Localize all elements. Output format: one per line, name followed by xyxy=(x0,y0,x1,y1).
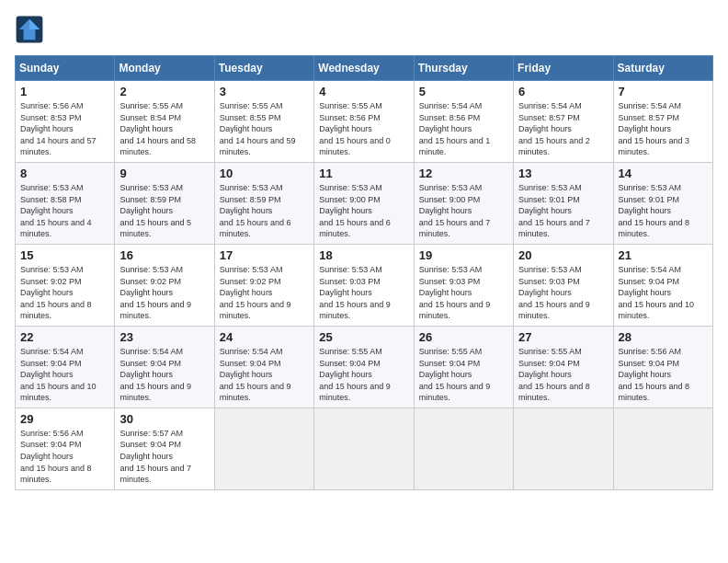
day-number: 5 xyxy=(419,85,508,98)
day-number: 30 xyxy=(119,412,209,426)
day-info: Sunrise: 5:56 AM Sunset: 9:04 PM Dayligh… xyxy=(20,428,109,486)
day-number: 29 xyxy=(20,412,109,426)
calendar-week-1: 1 Sunrise: 5:56 AM Sunset: 8:53 PM Dayli… xyxy=(16,81,713,163)
day-number: 26 xyxy=(419,330,508,344)
weekday-header-saturday: Saturday xyxy=(613,56,712,81)
calendar-cell xyxy=(613,408,712,489)
calendar-cell: 12 Sunrise: 5:53 AM Sunset: 9:00 PM Dayl… xyxy=(414,162,513,244)
weekday-header-sunday: Sunday xyxy=(16,56,115,81)
weekday-header-tuesday: Tuesday xyxy=(214,56,313,81)
calendar-week-3: 15 Sunrise: 5:53 AM Sunset: 9:02 PM Dayl… xyxy=(16,244,713,326)
day-number: 8 xyxy=(20,167,109,180)
day-number: 18 xyxy=(319,248,408,262)
calendar-cell xyxy=(514,408,613,489)
weekday-header-wednesday: Wednesday xyxy=(314,56,414,81)
calendar-cell: 1 Sunrise: 5:56 AM Sunset: 8:53 PM Dayli… xyxy=(16,81,115,163)
calendar-cell: 10 Sunrise: 5:53 AM Sunset: 8:59 PM Dayl… xyxy=(214,162,313,244)
calendar-cell: 30 Sunrise: 5:57 AM Sunset: 9:04 PM Dayl… xyxy=(115,408,214,489)
day-number: 6 xyxy=(518,85,608,98)
weekday-header-friday: Friday xyxy=(514,56,613,81)
day-number: 23 xyxy=(119,330,209,344)
calendar-cell: 17 Sunrise: 5:53 AM Sunset: 9:02 PM Dayl… xyxy=(214,244,313,326)
day-info: Sunrise: 5:53 AM Sunset: 9:03 PM Dayligh… xyxy=(319,264,408,322)
calendar-cell: 9 Sunrise: 5:53 AM Sunset: 8:59 PM Dayli… xyxy=(115,162,214,244)
day-info: Sunrise: 5:56 AM Sunset: 8:53 PM Dayligh… xyxy=(20,100,109,158)
day-number: 13 xyxy=(518,167,608,180)
calendar-cell xyxy=(214,408,313,489)
calendar-cell: 27 Sunrise: 5:55 AM Sunset: 9:04 PM Dayl… xyxy=(514,326,613,408)
day-number: 12 xyxy=(419,167,508,180)
day-info: Sunrise: 5:54 AM Sunset: 9:04 PM Dayligh… xyxy=(619,264,708,322)
day-info: Sunrise: 5:53 AM Sunset: 9:00 PM Dayligh… xyxy=(419,182,508,240)
calendar-week-2: 8 Sunrise: 5:53 AM Sunset: 8:58 PM Dayli… xyxy=(16,162,713,244)
calendar-cell: 24 Sunrise: 5:54 AM Sunset: 9:04 PM Dayl… xyxy=(214,326,313,408)
page-header xyxy=(15,15,713,44)
day-number: 4 xyxy=(319,85,408,98)
calendar-cell: 29 Sunrise: 5:56 AM Sunset: 9:04 PM Dayl… xyxy=(16,408,115,489)
day-number: 3 xyxy=(220,85,309,98)
calendar-cell: 8 Sunrise: 5:53 AM Sunset: 8:58 PM Dayli… xyxy=(16,162,115,244)
calendar-cell: 6 Sunrise: 5:54 AM Sunset: 8:57 PM Dayli… xyxy=(514,81,613,163)
calendar-cell: 7 Sunrise: 5:54 AM Sunset: 8:57 PM Dayli… xyxy=(613,81,712,163)
calendar-cell: 14 Sunrise: 5:53 AM Sunset: 9:01 PM Dayl… xyxy=(613,162,712,244)
calendar-week-5: 29 Sunrise: 5:56 AM Sunset: 9:04 PM Dayl… xyxy=(16,408,713,489)
calendar-cell: 16 Sunrise: 5:53 AM Sunset: 9:02 PM Dayl… xyxy=(115,244,214,326)
day-number: 14 xyxy=(619,167,708,180)
calendar-cell: 22 Sunrise: 5:54 AM Sunset: 9:04 PM Dayl… xyxy=(16,326,115,408)
calendar-cell xyxy=(314,408,414,489)
day-info: Sunrise: 5:57 AM Sunset: 9:04 PM Dayligh… xyxy=(119,428,209,486)
calendar-cell: 2 Sunrise: 5:55 AM Sunset: 8:54 PM Dayli… xyxy=(115,81,214,163)
day-info: Sunrise: 5:54 AM Sunset: 9:04 PM Dayligh… xyxy=(119,346,209,404)
calendar-cell: 13 Sunrise: 5:53 AM Sunset: 9:01 PM Dayl… xyxy=(514,162,613,244)
day-info: Sunrise: 5:54 AM Sunset: 8:56 PM Dayligh… xyxy=(419,100,508,158)
day-info: Sunrise: 5:53 AM Sunset: 9:02 PM Dayligh… xyxy=(220,264,309,322)
day-info: Sunrise: 5:53 AM Sunset: 9:02 PM Dayligh… xyxy=(119,264,209,322)
day-info: Sunrise: 5:53 AM Sunset: 9:03 PM Dayligh… xyxy=(419,264,508,322)
day-info: Sunrise: 5:55 AM Sunset: 9:04 PM Dayligh… xyxy=(319,346,408,404)
calendar-table: SundayMondayTuesdayWednesdayThursdayFrid… xyxy=(15,55,713,490)
day-number: 11 xyxy=(319,167,408,180)
day-info: Sunrise: 5:54 AM Sunset: 8:57 PM Dayligh… xyxy=(518,100,608,158)
calendar-cell: 21 Sunrise: 5:54 AM Sunset: 9:04 PM Dayl… xyxy=(613,244,712,326)
calendar-cell: 28 Sunrise: 5:56 AM Sunset: 9:04 PM Dayl… xyxy=(613,326,712,408)
day-info: Sunrise: 5:53 AM Sunset: 9:01 PM Dayligh… xyxy=(518,182,608,240)
day-number: 2 xyxy=(119,85,209,98)
day-number: 27 xyxy=(518,330,608,344)
day-info: Sunrise: 5:53 AM Sunset: 8:58 PM Dayligh… xyxy=(20,182,109,240)
day-number: 9 xyxy=(119,167,209,180)
day-info: Sunrise: 5:55 AM Sunset: 9:04 PM Dayligh… xyxy=(518,346,608,404)
day-number: 25 xyxy=(319,330,408,344)
calendar-cell: 4 Sunrise: 5:55 AM Sunset: 8:56 PM Dayli… xyxy=(314,81,414,163)
day-number: 24 xyxy=(220,330,309,344)
day-info: Sunrise: 5:53 AM Sunset: 9:01 PM Dayligh… xyxy=(619,182,708,240)
weekday-header-thursday: Thursday xyxy=(414,56,513,81)
calendar-cell: 15 Sunrise: 5:53 AM Sunset: 9:02 PM Dayl… xyxy=(16,244,115,326)
calendar-cell: 5 Sunrise: 5:54 AM Sunset: 8:56 PM Dayli… xyxy=(414,81,513,163)
calendar-cell: 20 Sunrise: 5:53 AM Sunset: 9:03 PM Dayl… xyxy=(514,244,613,326)
calendar-cell: 26 Sunrise: 5:55 AM Sunset: 9:04 PM Dayl… xyxy=(414,326,513,408)
day-number: 1 xyxy=(20,85,109,98)
day-info: Sunrise: 5:56 AM Sunset: 9:04 PM Dayligh… xyxy=(619,346,708,404)
day-number: 21 xyxy=(619,248,708,262)
day-info: Sunrise: 5:55 AM Sunset: 8:55 PM Dayligh… xyxy=(220,100,309,158)
calendar-cell xyxy=(414,408,513,489)
day-number: 15 xyxy=(20,248,109,262)
day-info: Sunrise: 5:53 AM Sunset: 9:00 PM Dayligh… xyxy=(319,182,408,240)
day-info: Sunrise: 5:53 AM Sunset: 9:02 PM Dayligh… xyxy=(20,264,109,322)
day-number: 28 xyxy=(619,330,708,344)
logo xyxy=(15,15,48,44)
calendar-cell: 19 Sunrise: 5:53 AM Sunset: 9:03 PM Dayl… xyxy=(414,244,513,326)
day-number: 20 xyxy=(518,248,608,262)
calendar-cell: 3 Sunrise: 5:55 AM Sunset: 8:55 PM Dayli… xyxy=(214,81,313,163)
day-number: 10 xyxy=(220,167,309,180)
day-info: Sunrise: 5:54 AM Sunset: 8:57 PM Dayligh… xyxy=(619,100,708,158)
day-info: Sunrise: 5:53 AM Sunset: 8:59 PM Dayligh… xyxy=(119,182,209,240)
calendar-cell: 11 Sunrise: 5:53 AM Sunset: 9:00 PM Dayl… xyxy=(314,162,414,244)
day-info: Sunrise: 5:53 AM Sunset: 8:59 PM Dayligh… xyxy=(220,182,309,240)
logo-icon xyxy=(15,15,44,44)
day-info: Sunrise: 5:55 AM Sunset: 9:04 PM Dayligh… xyxy=(419,346,508,404)
day-number: 22 xyxy=(20,330,109,344)
day-number: 19 xyxy=(419,248,508,262)
day-number: 17 xyxy=(220,248,309,262)
day-number: 16 xyxy=(119,248,209,262)
